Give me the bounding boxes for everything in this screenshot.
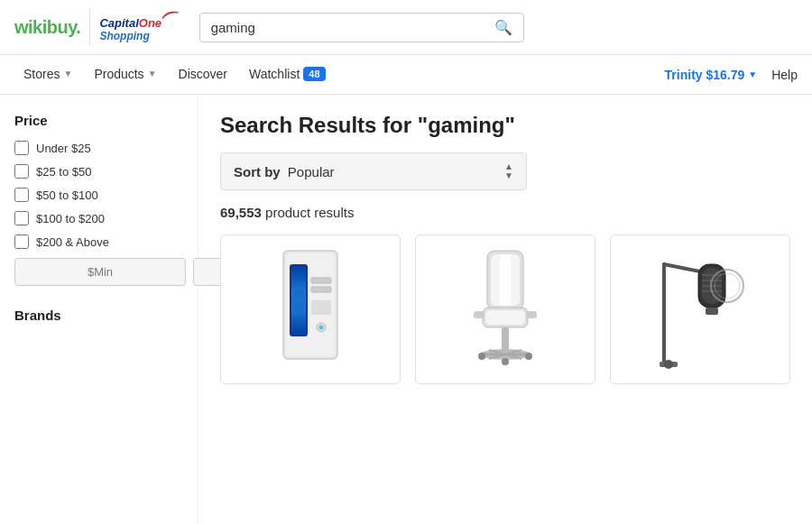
checkbox-50-100[interactable] bbox=[14, 188, 29, 202]
nav-products[interactable]: Products ▼ bbox=[85, 55, 165, 94]
trinity-chevron-icon: ▼ bbox=[748, 69, 757, 79]
results-suffix: product results bbox=[265, 205, 354, 220]
main-layout: Price Under $25 $25 to $50 $50 to $100 $… bbox=[0, 95, 812, 524]
brands-filter-title: Brands bbox=[14, 308, 183, 323]
svg-rect-5 bbox=[311, 278, 331, 283]
product-image-0 bbox=[232, 246, 389, 372]
search-icon[interactable]: 🔍 bbox=[494, 19, 512, 36]
nav-help[interactable]: Help bbox=[771, 68, 798, 82]
sort-value: Popular bbox=[288, 164, 335, 179]
price-label-50-100: $50 to $100 bbox=[36, 188, 98, 202]
sidebar: Price Under $25 $25 to $50 $50 to $100 $… bbox=[0, 95, 198, 524]
results-number: 69,553 bbox=[220, 205, 262, 220]
svg-rect-6 bbox=[311, 287, 331, 292]
price-min-input[interactable] bbox=[14, 258, 186, 286]
price-filter-25-50[interactable]: $25 to $50 bbox=[14, 164, 183, 179]
watchlist-badge: 48 bbox=[303, 67, 325, 81]
search-bar: 🔍 bbox=[199, 13, 524, 42]
product-card-1[interactable] bbox=[415, 234, 595, 384]
chair-svg bbox=[469, 246, 541, 372]
price-filter-50-100[interactable]: $50 to $100 bbox=[14, 188, 183, 202]
capital-one-logo[interactable]: CapitalOne ⌒ Shopping bbox=[99, 11, 184, 43]
nav-stores[interactable]: Stores ▼ bbox=[14, 55, 81, 94]
checkbox-200-above[interactable] bbox=[14, 234, 29, 249]
price-filter-under-25[interactable]: Under $25 bbox=[14, 141, 183, 155]
price-filter-100-200[interactable]: $100 to $200 bbox=[14, 211, 183, 225]
sort-dropdown[interactable]: Sort by Popular ▲ ▼ bbox=[220, 152, 527, 190]
nav: Stores ▼ Products ▼ Discover Watchlist 4… bbox=[0, 55, 812, 95]
price-filter-title: Price bbox=[14, 113, 183, 128]
logo-divider bbox=[89, 9, 90, 45]
nav-watchlist[interactable]: Watchlist 48 bbox=[240, 55, 335, 94]
product-image-1 bbox=[427, 246, 584, 372]
capital-one-text: CapitalOne ⌒ bbox=[99, 11, 184, 31]
svg-point-4 bbox=[291, 290, 306, 311]
svg-rect-9 bbox=[311, 300, 331, 315]
sort-by-label: Sort by bbox=[234, 164, 281, 179]
price-label-25-50: $25 to $50 bbox=[36, 165, 91, 179]
capital-one-red: One bbox=[139, 16, 161, 30]
stores-chevron-icon: ▼ bbox=[63, 69, 72, 78]
product-grid bbox=[220, 234, 790, 384]
product-image-2 bbox=[622, 246, 779, 372]
sort-bar: Sort by Popular ▲ ▼ bbox=[220, 152, 790, 190]
checkbox-25-50[interactable] bbox=[14, 164, 29, 179]
sort-text: Sort by Popular bbox=[234, 164, 335, 179]
sort-arrows-icon: ▲ ▼ bbox=[504, 162, 513, 180]
price-range-inputs bbox=[14, 258, 183, 286]
svg-rect-15 bbox=[474, 311, 484, 318]
capital-one-swoosh: ⌒ bbox=[162, 8, 188, 33]
svg-point-22 bbox=[478, 353, 485, 360]
svg-rect-17 bbox=[502, 327, 509, 350]
nav-right: Trinity $16.79 ▼ Help bbox=[665, 68, 798, 82]
svg-point-24 bbox=[502, 358, 509, 365]
svg-rect-16 bbox=[526, 311, 537, 318]
price-filter-200-above[interactable]: $200 & Above bbox=[14, 234, 183, 249]
checkbox-100-200[interactable] bbox=[14, 211, 29, 225]
product-card-2[interactable] bbox=[610, 234, 790, 384]
svg-point-8 bbox=[319, 326, 324, 330]
svg-rect-33 bbox=[706, 308, 718, 315]
checkbox-under-25[interactable] bbox=[14, 141, 29, 155]
content: Search Results for "gaming" Sort by Popu… bbox=[198, 95, 812, 524]
svg-rect-14 bbox=[485, 310, 525, 325]
price-label-200-above: $200 & Above bbox=[36, 235, 109, 249]
svg-rect-12 bbox=[500, 254, 511, 306]
heading-prefix: Search Results for bbox=[220, 113, 418, 137]
svg-point-23 bbox=[525, 353, 532, 360]
svg-point-37 bbox=[664, 360, 673, 369]
price-label-100-200: $100 to $200 bbox=[36, 212, 105, 225]
logo-area: wikibuy. CapitalOne ⌒ Shopping bbox=[14, 9, 185, 45]
nav-discover[interactable]: Discover bbox=[170, 55, 236, 94]
pc-tower-svg bbox=[270, 246, 351, 372]
wikibuy-logo[interactable]: wikibuy. bbox=[14, 17, 80, 38]
search-heading: Search Results for "gaming" bbox=[220, 113, 790, 138]
header: wikibuy. CapitalOne ⌒ Shopping 🔍 bbox=[0, 0, 812, 55]
microphone-svg bbox=[655, 246, 745, 372]
heading-query: "gaming" bbox=[418, 113, 515, 137]
search-input[interactable] bbox=[211, 20, 494, 35]
results-count: 69,553 product results bbox=[220, 205, 790, 220]
price-label-under-25: Under $25 bbox=[36, 142, 91, 155]
trinity-link[interactable]: Trinity $16.79 ▼ bbox=[665, 68, 758, 82]
products-chevron-icon: ▼ bbox=[148, 69, 157, 78]
product-card-0[interactable] bbox=[220, 234, 401, 384]
